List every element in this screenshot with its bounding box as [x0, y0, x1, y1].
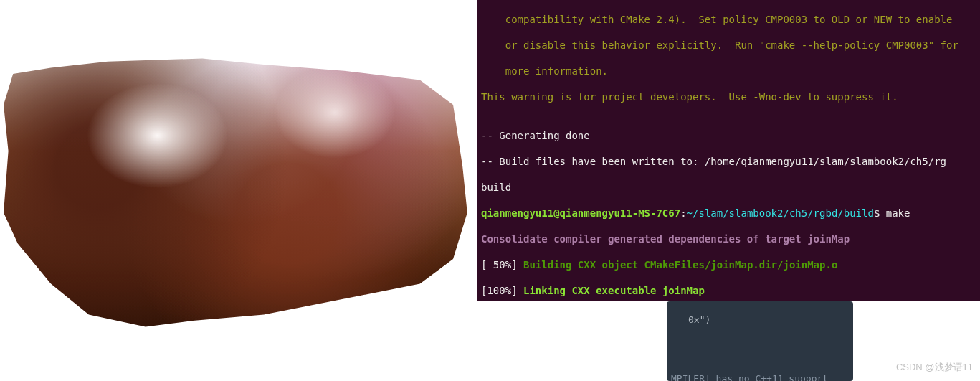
command-text: make	[886, 207, 910, 219]
pointcloud-viewer[interactable]	[0, 0, 477, 381]
prompt-user: qianmengyu11@qianmengyu11-MS-7C67	[481, 207, 680, 219]
terminal-window[interactable]: compatibility with CMake 2.4). Set polic…	[477, 0, 980, 301]
build-output: [ 50%] Building CXX object CMakeFiles/jo…	[481, 258, 980, 271]
cmake-output: -- Generating done	[481, 129, 980, 142]
build-output: [100%] Linking CXX executable joinMap	[481, 284, 980, 297]
pointcloud-render	[4, 43, 477, 352]
code-fragment: MPILER] has no C++11 support	[671, 373, 828, 381]
code-editor-background: 0x") MPILER] has no C++11 support	[667, 301, 853, 381]
cmake-output: -- Build files have been written to: /ho…	[481, 155, 980, 168]
cmake-warning-line: or disable this behavior explicitly. Run…	[481, 39, 980, 52]
csdn-watermark: CSDN @浅梦语11	[896, 361, 973, 374]
build-output: Consolidate compiler generated dependenc…	[481, 232, 980, 245]
prompt-line: qianmengyu11@qianmengyu11-MS-7C67:~/slam…	[481, 207, 980, 220]
cmake-warning-line: This warning is for project developers. …	[481, 90, 980, 103]
code-fragment: 0x")	[688, 314, 710, 325]
prompt-path: ~/slam/slambook2/ch5/rgbd/build	[687, 207, 874, 219]
cmake-warning-line: compatibility with CMake 2.4). Set polic…	[481, 13, 980, 26]
cmake-warning-line: more information.	[481, 65, 980, 77]
cmake-output: build	[481, 181, 980, 194]
